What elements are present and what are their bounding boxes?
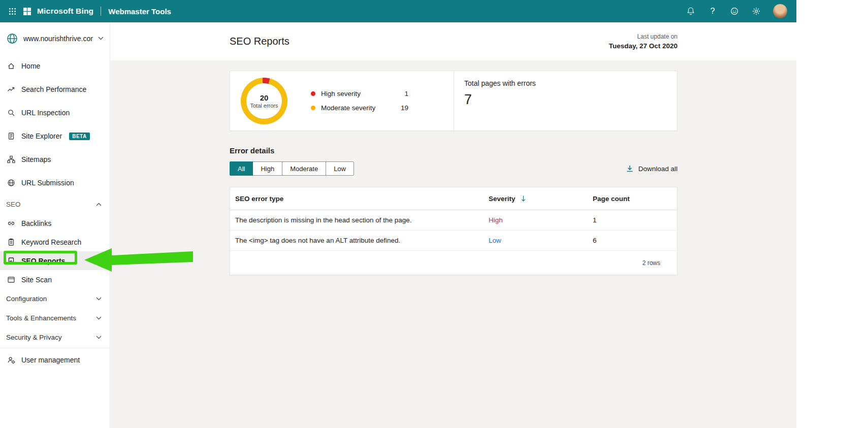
document-icon: [7, 132, 15, 140]
sort-descending-icon[interactable]: [521, 195, 526, 202]
last-update-date: Tuesday, 27 Oct 2020: [609, 42, 678, 50]
sidebar: www.nourishthrive.con Home Search Perfor…: [0, 22, 110, 428]
report-icon: [7, 257, 15, 265]
group-label: Tools & Enhancements: [6, 314, 76, 322]
legend-value: 19: [401, 104, 408, 112]
sidebar-group-configuration[interactable]: Configuration: [0, 289, 110, 308]
sidebar-item-user-management[interactable]: User management: [0, 348, 110, 372]
sidebar-item-site-scan[interactable]: Site Scan: [0, 270, 110, 289]
errors-chart-panel: 20 Total errors High severity 1 Moderate: [230, 71, 454, 130]
sidebar-item-home[interactable]: Home: [0, 54, 110, 78]
chevron-up-icon: [96, 203, 102, 206]
trending-up-icon: [7, 85, 15, 93]
waffle-icon[interactable]: [7, 6, 17, 16]
page-count-cell: 6: [593, 237, 677, 244]
sidebar-item-backlinks[interactable]: Backlinks: [0, 214, 110, 233]
sidebar-item-label: Keyword Research: [21, 238, 81, 246]
page-header: SEO Reports Last update on Tuesday, 27 O…: [111, 22, 796, 60]
tab-high[interactable]: High: [252, 161, 282, 176]
download-label: Download all: [638, 165, 678, 173]
group-label: SEO: [6, 201, 21, 208]
sidebar-item-url-inspection[interactable]: URL Inspection: [0, 101, 110, 124]
legend-value: 1: [404, 90, 408, 97]
site-selector[interactable]: www.nourishthrive.con: [0, 22, 110, 54]
sidebar-item-site-explorer[interactable]: Site Explorer BETA: [0, 124, 110, 148]
severity-legend: High severity 1 Moderate severity 19: [311, 87, 408, 115]
site-globe-icon: [6, 32, 18, 45]
globe-icon: [7, 179, 15, 187]
last-update-label: Last update on: [609, 33, 678, 40]
sidebar-item-keyword-research[interactable]: Keyword Research: [0, 233, 110, 251]
error-type-cell: The description is missing in the head s…: [235, 216, 489, 224]
settings-gear-icon[interactable]: [751, 6, 761, 16]
sidebar-item-seo-reports[interactable]: SEO Reports: [0, 251, 110, 270]
column-page-count: Page count: [593, 195, 677, 203]
sidebar-item-search-performance[interactable]: Search Performance: [0, 78, 110, 101]
sitemap-icon: [7, 155, 15, 163]
sidebar-item-url-submission[interactable]: URL Submission: [0, 171, 110, 194]
clipboard-icon: [7, 238, 15, 246]
tab-low[interactable]: Low: [326, 161, 354, 176]
app-window: Microsoft Bing Webmaster Tools ? www.nou…: [0, 0, 796, 428]
tab-all[interactable]: All: [230, 161, 253, 176]
error-details-controls: All High Moderate Low Download all: [230, 161, 678, 176]
topbar-left: Microsoft Bing Webmaster Tools: [7, 6, 171, 16]
errors-summary-card: 20 Total errors High severity 1 Moderate: [230, 71, 678, 131]
magnifier-icon: [7, 109, 15, 117]
sidebar-item-label: Search Performance: [21, 85, 86, 93]
high-severity-dot: [311, 91, 315, 96]
microsoft-logo-icon[interactable]: [23, 8, 31, 15]
severity-filter-tabs: All High Moderate Low: [230, 161, 354, 176]
user-gear-icon: [7, 356, 15, 364]
sidebar-item-label: User management: [21, 356, 80, 364]
sidebar-group-security-privacy[interactable]: Security & Privacy: [0, 327, 110, 347]
sidebar-group-seo[interactable]: SEO: [0, 194, 110, 214]
error-type-cell: The <img> tag does not have an ALT attri…: [235, 237, 489, 244]
feedback-smiley-icon[interactable]: [729, 6, 740, 16]
beta-badge: BETA: [69, 133, 89, 140]
chevron-down-icon: [96, 297, 102, 301]
severity-cell[interactable]: Low: [489, 237, 593, 244]
brand-name[interactable]: Microsoft Bing: [37, 7, 93, 16]
sidebar-item-label: URL Inspection: [21, 109, 70, 117]
chevron-down-icon: [96, 336, 102, 339]
notifications-bell-icon[interactable]: [686, 6, 696, 16]
column-severity-label: Severity: [489, 195, 516, 203]
sidebar-item-label: Home: [21, 62, 40, 70]
top-app-bar: Microsoft Bing Webmaster Tools ?: [0, 0, 796, 22]
column-error-type: SEO error type: [235, 195, 489, 203]
download-icon: [626, 164, 634, 173]
chevron-down-icon: [96, 316, 102, 320]
total-errors-label: Total errors: [250, 103, 278, 109]
chevron-down-icon: [98, 37, 104, 40]
topbar-right: ?: [686, 4, 789, 18]
browser-scan-icon: [7, 276, 15, 284]
legend-row-high: High severity 1: [311, 87, 408, 101]
group-label: Security & Privacy: [6, 334, 62, 341]
column-severity[interactable]: Severity: [489, 195, 593, 203]
errors-donut: 20 Total errors: [241, 78, 287, 124]
total-pages-label: Total pages with errors: [464, 79, 667, 87]
sidebar-item-label: Sitemaps: [21, 155, 51, 163]
user-avatar[interactable]: [773, 4, 787, 18]
table-row[interactable]: The description is missing in the head s…: [230, 210, 677, 231]
help-icon[interactable]: ?: [708, 6, 718, 16]
error-details-heading: Error details: [230, 146, 678, 155]
page-count-cell: 1: [593, 216, 677, 224]
download-all-button[interactable]: Download all: [626, 164, 678, 173]
content-column: 20 Total errors High severity 1 Moderate: [230, 60, 678, 275]
table-row[interactable]: The <img> tag does not have an ALT attri…: [230, 231, 677, 251]
last-update-info: Last update on Tuesday, 27 Oct 2020: [609, 33, 678, 50]
sidebar-group-tools-enhancements[interactable]: Tools & Enhancements: [0, 308, 110, 327]
home-icon: [7, 62, 15, 70]
product-name[interactable]: Webmaster Tools: [108, 7, 171, 16]
sidebar-item-label: Site Explorer: [21, 132, 62, 140]
total-pages-panel: Total pages with errors 7: [454, 71, 677, 130]
errors-table: SEO error type Severity Page count The d…: [230, 187, 678, 275]
sidebar-item-label: SEO Reports: [21, 257, 65, 265]
sidebar-item-sitemaps[interactable]: Sitemaps: [0, 148, 110, 171]
table-header-row: SEO error type Severity Page count: [230, 187, 677, 210]
tab-moderate[interactable]: Moderate: [282, 161, 326, 176]
severity-cell[interactable]: High: [489, 216, 593, 224]
site-domain: www.nourishthrive.con: [23, 35, 93, 43]
